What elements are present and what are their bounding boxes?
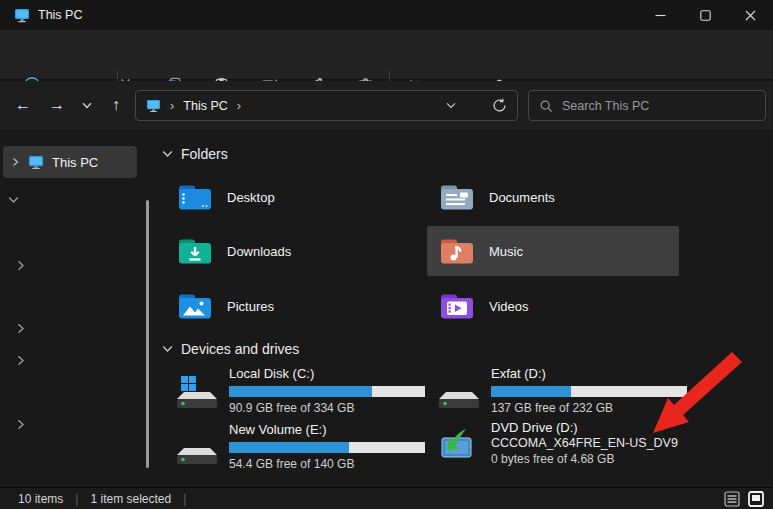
drive-tile-exfat-d[interactable]: Exfat (D:) 137 GB free of 232 GB (427, 364, 682, 416)
drives-section-header[interactable]: Devices and drives (162, 341, 299, 357)
folder-label: Videos (489, 299, 529, 314)
capacity-bar-fill (491, 386, 571, 397)
folder-tile-downloads[interactable]: Downloads (165, 226, 417, 276)
forward-button[interactable]: → (42, 90, 72, 120)
tree-collapse-chevron[interactable] (8, 196, 19, 204)
chevron-down-icon (82, 102, 92, 109)
this-pc-icon (14, 7, 30, 23)
folder-tile-documents[interactable]: Documents (427, 172, 679, 222)
command-bar: New Sort (0, 30, 773, 80)
large-icons-view-icon (748, 491, 764, 507)
sidebar-item-label: This PC (52, 155, 98, 170)
capacity-bar-fill (229, 386, 372, 397)
capacity-bar (229, 442, 425, 453)
item-count: 10 items (18, 492, 63, 506)
drive-free-space: 0 bytes free of 4.68 GB (491, 451, 687, 467)
folder-label: Pictures (227, 299, 274, 314)
status-bar: 10 items | 1 item selected | (0, 487, 773, 509)
folder-tile-videos[interactable]: Videos (427, 281, 679, 331)
system-drive-icon (171, 372, 219, 410)
refresh-button[interactable] (492, 98, 507, 113)
documents-folder-icon (439, 182, 475, 212)
navigation-bar: ← → ↑ › This PC › (0, 81, 773, 130)
tree-expand-chevron[interactable] (17, 260, 25, 271)
back-arrow-icon: ← (15, 96, 31, 114)
sidebar: This PC (0, 130, 152, 487)
chevron-right-icon (11, 157, 20, 167)
this-pc-icon (28, 155, 44, 170)
drive-free-space: 137 GB free of 232 GB (491, 401, 687, 415)
up-arrow-icon: ↑ (112, 96, 120, 114)
file-explorer-window: This PC New (0, 0, 773, 509)
dvd-volume-label: CCCOMA_X64FRE_EN-US_DV9 (491, 435, 687, 451)
folder-label: Music (489, 244, 523, 259)
search-icon (539, 99, 553, 113)
status-divider: | (75, 492, 78, 506)
search-input[interactable] (562, 99, 755, 113)
drive-name: New Volume (E:) (229, 422, 425, 437)
pictures-folder-icon (177, 291, 213, 321)
selection-count: 1 item selected (90, 492, 171, 506)
forward-arrow-icon: → (49, 96, 65, 114)
section-title: Devices and drives (181, 341, 299, 357)
details-view-button[interactable] (723, 490, 741, 508)
drive-tile-new-volume-e[interactable]: New Volume (E:) 54.4 GB free of 140 GB (165, 420, 420, 472)
address-dropdown-button[interactable] (446, 102, 456, 109)
this-pc-icon (146, 99, 161, 113)
refresh-icon (492, 98, 507, 113)
tree-expand-chevron[interactable] (17, 419, 25, 430)
breadcrumb-chevron-icon[interactable]: › (237, 98, 241, 113)
titlebar: This PC (0, 0, 773, 30)
folder-tile-music[interactable]: Music (427, 226, 679, 276)
breadcrumb-chevron-icon: › (170, 98, 174, 113)
sidebar-item-this-pc[interactable]: This PC (3, 146, 137, 178)
capacity-bar (491, 386, 687, 397)
drive-name: Local Disk (C:) (229, 366, 425, 381)
minimize-button[interactable] (638, 0, 683, 30)
section-title: Folders (181, 146, 228, 162)
sidebar-scrollbar[interactable] (146, 200, 149, 468)
drive-tile-local-disk-c[interactable]: Local Disk (C:) 90.9 GB free of 334 GB (165, 364, 420, 416)
folders-section-header[interactable]: Folders (162, 146, 228, 162)
folder-label: Downloads (227, 244, 291, 259)
hard-drive-icon (171, 428, 219, 466)
drive-name: Exfat (D:) (491, 366, 687, 381)
tree-expand-chevron[interactable] (17, 355, 25, 366)
drive-tile-dvd-d[interactable]: DVD Drive (D:) CCCOMA_X64FRE_EN-US_DV9 0… (427, 418, 682, 470)
tree-expand-chevron[interactable] (17, 323, 25, 334)
folder-label: Desktop (227, 190, 275, 205)
videos-folder-icon (439, 291, 475, 321)
folder-label: Documents (489, 190, 555, 205)
explorer-body: This PC Folders (0, 130, 773, 487)
content-area: Folders Desktop Documents Downloads Musi… (152, 130, 773, 487)
dvd-drive-icon (439, 428, 475, 460)
chevron-down-icon (162, 345, 173, 353)
window-title: This PC (38, 8, 82, 22)
status-divider: | (183, 492, 186, 506)
chevron-down-icon (162, 150, 173, 158)
breadcrumb-this-pc[interactable]: This PC (183, 99, 227, 113)
folder-tile-desktop[interactable]: Desktop (165, 172, 417, 222)
desktop-folder-icon (177, 182, 213, 212)
maximize-button[interactable] (683, 0, 728, 30)
drive-free-space: 54.4 GB free of 140 GB (229, 457, 425, 471)
close-button[interactable] (728, 0, 773, 30)
capacity-bar-fill (229, 442, 349, 453)
recent-locations-button[interactable] (72, 90, 102, 120)
hard-drive-icon (433, 372, 481, 410)
back-button[interactable]: ← (8, 90, 38, 120)
up-button[interactable]: ↑ (101, 90, 131, 120)
drive-name: DVD Drive (D:) (491, 420, 687, 435)
address-bar[interactable]: › This PC › (135, 90, 518, 121)
music-folder-icon (439, 236, 475, 266)
search-box (528, 90, 766, 121)
details-view-icon (724, 491, 740, 507)
large-icons-view-button[interactable] (747, 490, 765, 508)
folder-tile-pictures[interactable]: Pictures (165, 281, 417, 331)
capacity-bar (229, 386, 425, 397)
drive-free-space: 90.9 GB free of 334 GB (229, 401, 425, 415)
downloads-folder-icon (177, 236, 213, 266)
